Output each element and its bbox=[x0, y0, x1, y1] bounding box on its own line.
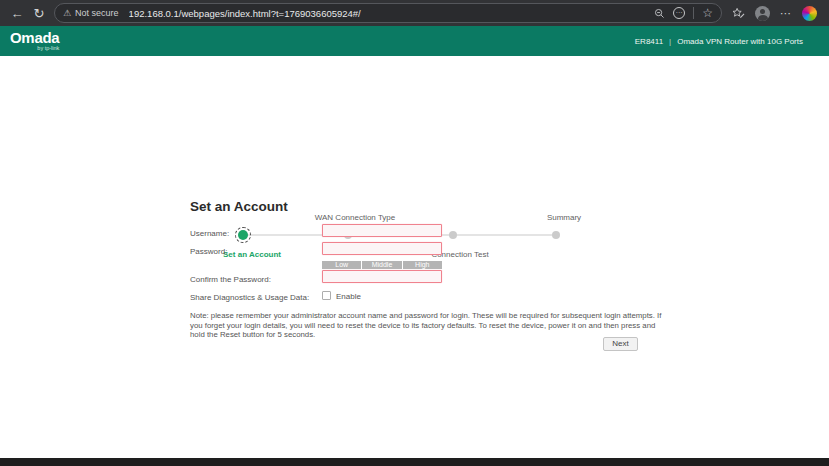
not-secure-warning-icon: ⚠ bbox=[63, 9, 71, 18]
confirm-password-input[interactable] bbox=[322, 270, 442, 283]
device-model-line: ER8411 | Omada VPN Router with 10G Ports bbox=[635, 37, 817, 46]
step-label-set-an-account: Set an Account bbox=[223, 250, 281, 259]
model-separator: | bbox=[669, 37, 671, 46]
address-bar[interactable]: ⚠ Not secure 192.168.0.1/webpages/index.… bbox=[54, 3, 722, 23]
strength-segment-middle: Middle bbox=[362, 261, 401, 269]
enable-diagnostics-checkbox[interactable] bbox=[322, 291, 331, 300]
favorites-bar-icon[interactable] bbox=[732, 7, 745, 20]
profile-avatar[interactable] bbox=[755, 6, 770, 21]
bottom-window-edge bbox=[0, 458, 829, 466]
url-text[interactable]: 192.168.0.1/webpages/index.html?t=176903… bbox=[129, 8, 649, 19]
diagnostics-label: Share Diagnostics & Usage Data: bbox=[190, 293, 309, 302]
back-icon[interactable]: ← bbox=[6, 2, 28, 24]
omada-logo-text: Omada bbox=[10, 30, 59, 45]
next-button[interactable]: Next bbox=[603, 337, 638, 351]
strength-segment-low: Low bbox=[322, 261, 361, 269]
password-strength-meter: Low Middle High bbox=[322, 261, 442, 269]
strength-segment-high: High bbox=[403, 261, 442, 269]
pill-divider bbox=[693, 7, 694, 19]
step-label-wan-connection-type: WAN Connection Type bbox=[315, 213, 395, 222]
copilot-icon[interactable] bbox=[802, 6, 817, 21]
zoom-icon[interactable] bbox=[654, 8, 665, 19]
favorite-star-icon[interactable]: ☆ bbox=[702, 7, 713, 19]
admin-note-text: Note: please remember your administrator… bbox=[190, 311, 672, 340]
confirm-password-label: Confirm the Password: bbox=[190, 275, 271, 284]
username-label: Username: bbox=[190, 229, 229, 238]
omada-logo-subtext: by tp-link bbox=[37, 46, 59, 52]
enable-checkbox-label: Enable bbox=[336, 292, 361, 301]
browser-menu-icon[interactable]: ⋯ bbox=[780, 7, 792, 20]
omada-logo: Omada by tp-link bbox=[10, 30, 59, 52]
step-label-summary: Summary bbox=[547, 213, 581, 222]
permissions-icon[interactable]: ⋯ bbox=[673, 7, 685, 19]
password-input[interactable] bbox=[322, 242, 442, 255]
refresh-icon[interactable]: ↻ bbox=[28, 2, 50, 24]
page-title: Set an Account bbox=[190, 199, 288, 214]
device-model: ER8411 bbox=[635, 37, 663, 46]
site-header: Omada by tp-link ER8411 | Omada VPN Rout… bbox=[0, 26, 829, 56]
setup-wizard-stepper: WAN Connection Type Summary Set an Accou… bbox=[0, 100, 829, 170]
not-secure-label[interactable]: Not secure bbox=[75, 8, 119, 18]
browser-toolbar: ← ↻ ⚠ Not secure 192.168.0.1/webpages/in… bbox=[0, 0, 829, 26]
step-dot-active-fill bbox=[238, 230, 248, 240]
device-product-name: Omada VPN Router with 10G Ports bbox=[677, 37, 803, 46]
step-dot-summary[interactable] bbox=[552, 231, 560, 239]
password-label: Password: bbox=[190, 247, 227, 256]
screen: ← ↻ ⚠ Not secure 192.168.0.1/webpages/in… bbox=[0, 0, 829, 466]
username-input[interactable] bbox=[322, 224, 442, 237]
step-dot-set-an-account[interactable] bbox=[235, 227, 251, 243]
step-dot-connection-test[interactable] bbox=[449, 231, 457, 239]
